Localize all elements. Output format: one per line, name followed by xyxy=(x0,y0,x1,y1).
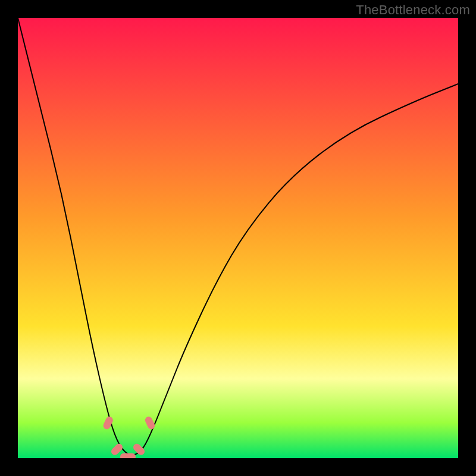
chart-frame: TheBottleneck.com xyxy=(0,0,476,476)
bottleneck-curve xyxy=(18,18,458,458)
plot-area xyxy=(18,18,458,458)
curve-marker xyxy=(144,415,156,430)
watermark-text: TheBottleneck.com xyxy=(356,2,470,18)
curve-marker xyxy=(120,453,136,458)
